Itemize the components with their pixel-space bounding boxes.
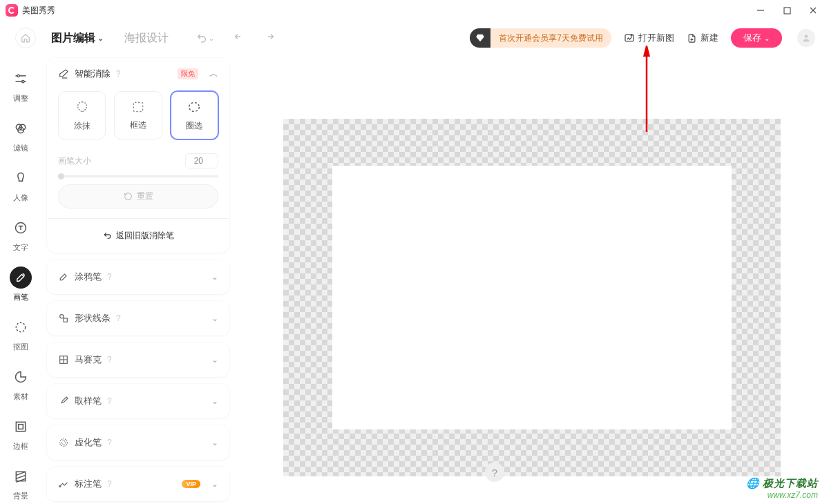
acc-sampler-label: 取样笔 xyxy=(75,395,102,407)
mode-image-edit-label: 图片编辑 xyxy=(51,31,95,46)
rail-frame[interactable]: 边框 xyxy=(5,410,37,460)
title-bar: 美图秀秀 xyxy=(0,0,829,21)
reset-icon xyxy=(124,192,133,201)
rail-brush-label: 画笔 xyxy=(13,292,28,302)
acc-shape-label: 形状线条 xyxy=(75,312,111,324)
chevron-down-icon: ⌄ xyxy=(211,479,218,489)
acc-shape[interactable]: 形状线条 ?⌄ xyxy=(47,301,229,336)
eyedropper-icon xyxy=(58,396,69,407)
save-button[interactable]: 保存 ⌄ xyxy=(731,28,782,48)
main-area: 调整 滤镜 人像 文字 画笔 抠图 素材 边框 背景 智能消除 ? 限免 ︿ 涂… xyxy=(0,55,829,504)
minimize-button[interactable] xyxy=(756,6,765,15)
svg-point-31 xyxy=(60,439,68,447)
redo-button[interactable] xyxy=(264,32,275,43)
material-icon xyxy=(10,366,32,388)
tool-rect[interactable]: 框选 xyxy=(114,91,162,139)
open-image-icon xyxy=(624,32,635,43)
rail-filter[interactable]: 滤镜 xyxy=(5,112,37,162)
svg-point-16 xyxy=(16,322,25,331)
new-label: 新建 xyxy=(701,32,718,44)
rail-cutout[interactable]: 抠图 xyxy=(5,311,37,360)
rail-brush[interactable]: 画笔 xyxy=(5,261,37,311)
rail-cutout-label: 抠图 xyxy=(13,342,28,352)
cutout-icon xyxy=(10,316,32,338)
tool-brush-label: 涂抹 xyxy=(74,120,90,132)
rail-portrait[interactable]: 人像 xyxy=(5,162,37,211)
home-button[interactable] xyxy=(15,28,36,48)
reset-label: 重置 xyxy=(137,191,153,202)
rail-filter-label: 滤镜 xyxy=(13,143,28,153)
svg-point-5 xyxy=(805,35,808,38)
chevron-down-icon: ⌄ xyxy=(211,438,218,447)
help-icon[interactable]: ? xyxy=(107,272,112,282)
canvas-area: ? xyxy=(235,55,829,504)
left-rail: 调整 滤镜 人像 文字 画笔 抠图 素材 边框 背景 xyxy=(0,55,41,504)
acc-mosaic[interactable]: 马赛克 ?⌄ xyxy=(47,342,229,377)
svg-line-21 xyxy=(16,475,25,478)
help-icon[interactable]: ? xyxy=(107,396,112,406)
diamond-icon xyxy=(470,28,490,48)
chevron-down-icon: ⌄ xyxy=(211,396,218,406)
acc-doodle[interactable]: 涂鸦笔 ?⌄ xyxy=(47,260,229,294)
mode-poster-design[interactable]: 海报设计 xyxy=(124,31,169,46)
tool-lasso-label: 圈选 xyxy=(186,120,202,132)
acc-annotate[interactable]: 标注笔 ? VIP ⌄ xyxy=(47,467,229,501)
chevron-down-icon: ⌄ xyxy=(211,272,218,282)
undo-button[interactable] xyxy=(234,32,245,43)
rail-background[interactable]: 背景 xyxy=(5,460,37,504)
erase-tool-row: 涂抹 框选 圈选 xyxy=(47,90,229,144)
rail-adjust-label: 调整 xyxy=(13,93,28,104)
close-button[interactable] xyxy=(808,6,818,15)
smart-erase-title: 智能消除 xyxy=(75,68,111,80)
history-controls: ⌄ xyxy=(196,32,275,43)
smart-erase-header[interactable]: 智能消除 ? 限免 ︿ xyxy=(47,58,229,90)
free-badge: 限免 xyxy=(178,68,198,79)
window-controls xyxy=(756,6,823,15)
acc-blur-label: 虚化笔 xyxy=(75,436,102,449)
mode-image-edit[interactable]: 图片编辑 ⌄ xyxy=(51,31,104,46)
main-toolbar: 图片编辑 ⌄ 海报设计 ⌄ 首次开通会员享7天免费试用 打开新图 新建 xyxy=(0,21,829,55)
return-icon xyxy=(103,231,112,240)
rail-adjust[interactable]: 调整 xyxy=(5,62,37,112)
vip-promo-text: 首次开通会员享7天免费试用 xyxy=(490,28,611,48)
rail-material-label: 素材 xyxy=(13,391,28,402)
rail-material[interactable]: 素材 xyxy=(5,360,37,410)
smart-erase-panel: 智能消除 ? 限免 ︿ 涂抹 框选 圈选 xyxy=(47,58,229,253)
brush-size-slider[interactable] xyxy=(58,175,218,177)
user-icon xyxy=(801,33,811,43)
tool-lasso[interactable]: 圈选 xyxy=(171,91,218,139)
acc-sampler[interactable]: 取样笔 ?⌄ xyxy=(47,384,229,418)
brush-size-row: 画笔大小 xyxy=(47,144,229,171)
pencil-icon xyxy=(58,271,69,282)
help-icon[interactable]: ? xyxy=(107,479,112,489)
tool-brush[interactable]: 涂抹 xyxy=(58,91,106,139)
open-image-button[interactable]: 打开新图 xyxy=(624,32,674,44)
lasso-icon xyxy=(187,99,202,115)
sliders-icon xyxy=(10,68,32,90)
acc-blur[interactable]: 虚化笔 ?⌄ xyxy=(47,425,229,460)
help-icon[interactable]: ? xyxy=(107,438,112,447)
help-icon[interactable]: ? xyxy=(107,355,112,365)
vip-promo[interactable]: 首次开通会员享7天免费试用 xyxy=(470,28,611,48)
rail-text[interactable]: 文字 xyxy=(5,211,37,261)
account-button[interactable] xyxy=(797,29,815,47)
help-icon[interactable]: ? xyxy=(116,313,121,323)
acc-annotate-label: 标注笔 xyxy=(75,478,102,490)
open-image-label: 打开新图 xyxy=(638,32,674,44)
help-fab[interactable]: ? xyxy=(485,463,504,482)
reset-button[interactable]: 重置 xyxy=(58,184,218,209)
save-label: 保存 xyxy=(743,32,761,44)
new-doc-icon xyxy=(687,33,697,43)
help-icon[interactable]: ? xyxy=(116,69,121,79)
chevron-up-icon[interactable]: ︿ xyxy=(209,68,218,80)
rail-portrait-label: 人像 xyxy=(13,193,28,203)
back-old-erase[interactable]: 返回旧版消除笔 xyxy=(47,219,229,253)
new-button[interactable]: 新建 xyxy=(687,32,718,44)
brush-size-input[interactable] xyxy=(185,153,218,168)
svg-rect-17 xyxy=(16,422,25,431)
canvas-content[interactable] xyxy=(332,166,732,429)
eraser-icon xyxy=(58,68,69,79)
svg-rect-1 xyxy=(784,8,790,14)
undo-with-dropdown[interactable]: ⌄ xyxy=(196,32,214,43)
maximize-button[interactable] xyxy=(782,6,792,15)
